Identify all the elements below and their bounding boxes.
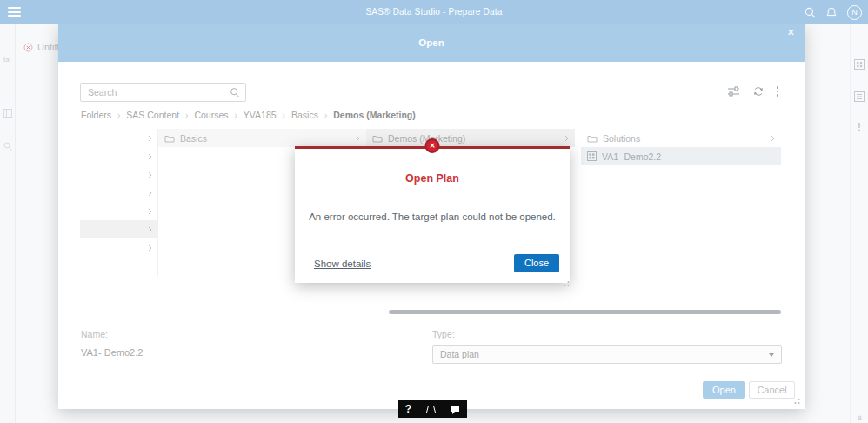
error-message: An error occurred. The target plan could… <box>295 212 570 222</box>
breadcrumb: Folders SAS Content Courses YVA185 Basic… <box>81 110 416 120</box>
search-box <box>80 83 246 102</box>
chat-bubble-icon[interactable] <box>450 405 460 414</box>
folder-item-basics[interactable]: Basics <box>158 129 366 147</box>
chevron-right-icon <box>148 245 152 252</box>
list-item[interactable] <box>80 165 157 184</box>
refresh-icon[interactable] <box>752 85 765 97</box>
plan-item-va1-demo22[interactable]: VA1- Demo2.2 <box>581 147 781 165</box>
chevron-right-icon <box>564 135 569 142</box>
horizontal-scrollbar[interactable] <box>389 310 781 314</box>
browser-column-1 <box>80 129 158 277</box>
type-dropdown[interactable]: Data plan <box>432 345 782 364</box>
show-details-link[interactable]: Show details <box>314 258 371 269</box>
folder-icon <box>587 134 598 143</box>
breadcrumb-separator-icon <box>117 110 120 120</box>
chevron-right-icon <box>771 135 775 142</box>
type-label: Type: <box>432 329 782 339</box>
sort-options-icon[interactable] <box>727 86 740 97</box>
chevron-right-icon <box>356 135 360 142</box>
browser-column-2: Basics <box>158 129 366 147</box>
breadcrumb-separator-icon <box>283 110 285 120</box>
collapse-chevrons-icon[interactable]: « <box>857 413 862 422</box>
kebab-menu-icon[interactable] <box>777 84 779 98</box>
chevron-right-icon <box>148 190 152 197</box>
list-item-selected[interactable] <box>80 220 157 238</box>
folder-item-solutions[interactable]: Solutions <box>581 129 781 147</box>
list-item[interactable] <box>80 184 157 202</box>
breadcrumb-demos-marketing: Demos (Marketing) <box>333 110 416 120</box>
list-item[interactable] <box>80 238 157 257</box>
search-icon <box>230 87 240 98</box>
breadcrumb-folders[interactable]: Folders <box>81 110 111 120</box>
avatar[interactable]: N <box>847 5 862 20</box>
browser-column-4: Solutions VA1- Demo2.2 <box>581 129 781 165</box>
error-circle-icon: ✕ <box>425 138 440 153</box>
list-item[interactable] <box>80 202 157 220</box>
breadcrumb-separator-icon <box>235 110 237 120</box>
chevron-right-icon <box>148 226 152 233</box>
type-dropdown-value: Data plan <box>440 349 479 359</box>
road-icon[interactable] <box>425 405 437 414</box>
chevron-right-icon <box>148 153 152 160</box>
breadcrumb-separator-icon <box>185 110 188 120</box>
plan-grid-icon <box>587 151 597 161</box>
resize-grip-icon[interactable] <box>793 398 800 405</box>
close-icon[interactable]: ✕ <box>787 27 795 38</box>
folder-item-label: Basics <box>180 133 207 144</box>
top-app-bar: SAS® Data Studio - Prepare Data N <box>0 0 868 24</box>
name-label: Name: <box>81 329 143 339</box>
chevron-right-icon <box>148 135 152 142</box>
screen: ta Untitled SAS® Data Studio - Prepare D… <box>0 0 868 423</box>
chevron-right-icon <box>148 171 152 178</box>
folder-icon <box>164 134 175 143</box>
error-modal-title: Open Plan <box>295 172 570 185</box>
plan-item-label: VA1- Demo2.2 <box>602 151 661 162</box>
open-button[interactable]: Open <box>703 381 745 399</box>
chevron-right-icon <box>148 208 152 215</box>
list-item[interactable] <box>80 129 157 147</box>
help-icon[interactable]: ? <box>405 404 411 414</box>
bell-icon[interactable] <box>826 7 837 18</box>
cancel-button[interactable]: Cancel <box>749 381 795 399</box>
type-field: Type: Data plan <box>432 329 782 364</box>
breadcrumb-yva185[interactable]: YVA185 <box>244 110 277 120</box>
resize-grip-icon[interactable] <box>563 280 570 287</box>
capture-toolbar: ? <box>398 400 467 418</box>
search-input[interactable] <box>81 84 245 101</box>
folder-item-demos-marketing[interactable]: Demos (Marketing) <box>366 129 575 147</box>
breadcrumb-courses[interactable]: Courses <box>194 110 228 120</box>
breadcrumb-basics[interactable]: Basics <box>291 110 318 120</box>
folder-item-label: Solutions <box>603 133 640 144</box>
name-field: Name: VA1- Demo2.2 <box>81 329 143 358</box>
folder-icon <box>372 134 383 143</box>
close-button[interactable]: Close <box>514 254 559 272</box>
search-icon[interactable] <box>805 7 816 18</box>
breadcrumb-sas-content[interactable]: SAS Content <box>126 110 179 120</box>
app-title: SAS® Data Studio - Prepare Data <box>0 0 868 24</box>
list-item[interactable] <box>80 147 157 165</box>
browser-column-3: Demos (Marketing) <box>366 129 575 147</box>
error-modal: ✕ Open Plan An error occurred. The targe… <box>295 146 570 283</box>
open-dialog-title: Open <box>58 24 805 62</box>
open-dialog-header: Open ✕ <box>58 24 805 62</box>
name-value: VA1- Demo2.2 <box>81 347 143 358</box>
chevron-down-icon <box>769 353 774 357</box>
breadcrumb-separator-icon <box>324 110 327 120</box>
